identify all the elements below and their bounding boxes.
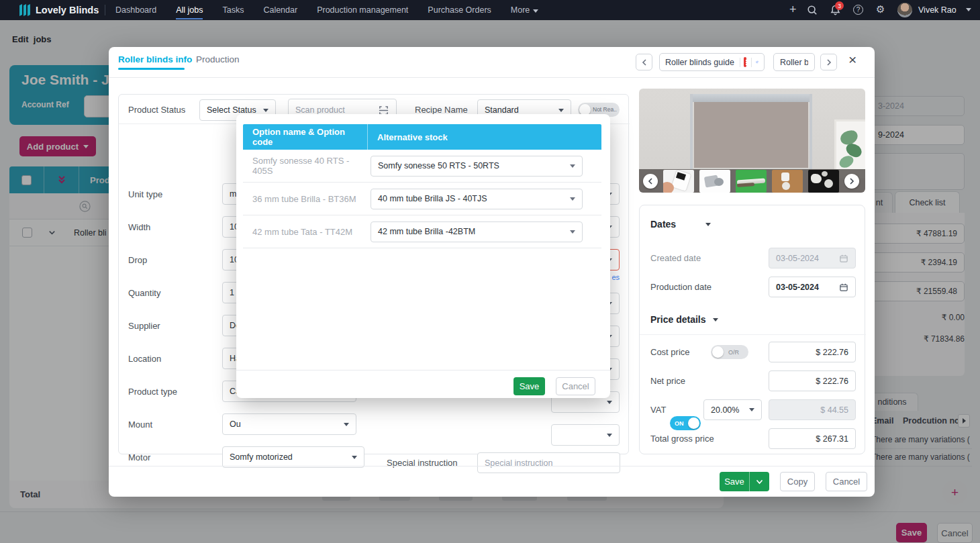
thumbnail-brackets-board[interactable] <box>772 170 803 193</box>
guide-button-roller-blinds[interactable]: Roller blinds guide <box>659 53 765 71</box>
nav-item-tasks[interactable]: Tasks <box>222 5 244 15</box>
copy-button[interactable]: Copy <box>780 472 815 491</box>
special-instruction-input[interactable] <box>477 452 620 473</box>
guide-next-icon[interactable] <box>820 54 837 70</box>
production-date-input[interactable]: 03-05-2024 <box>769 277 856 297</box>
created-date-label: Created date <box>650 253 701 263</box>
dates-title: Dates <box>650 219 676 230</box>
nav-item-all-jobs[interactable]: All jobs <box>176 5 203 15</box>
tab-roller-blinds-info[interactable]: Roller blinds info <box>118 54 192 64</box>
price-details-title: Price details <box>650 314 706 325</box>
active-tab-underline <box>118 68 185 70</box>
field-label-product-type: Product type <box>128 387 177 397</box>
mount-select[interactable]: Ou <box>222 413 356 435</box>
top-navbar: Lovely Blinds Dashboard All jobs Tasks C… <box>0 0 980 20</box>
recipe-name-label: Recipe Name <box>415 105 468 115</box>
carousel-next-icon[interactable] <box>844 174 859 189</box>
alternative-stock-select-2[interactable]: 40 mm tube Brilla JS - 40TJS <box>371 189 583 209</box>
pdf-file-icon <box>744 57 746 67</box>
chevron-down-icon <box>705 223 711 226</box>
guide-button-roller-blind-2[interactable]: Roller blind <box>773 53 815 71</box>
notifications-bell-icon[interactable]: 3 <box>830 4 841 19</box>
external-link-icon <box>756 58 758 66</box>
nav-item-more[interactable]: More <box>511 5 538 15</box>
option-select-8[interactable] <box>551 424 620 446</box>
total-gross-price-input[interactable]: $ 267.31 <box>769 428 856 449</box>
vat-amount-input: $ 44.55 <box>769 399 856 420</box>
alternative-stock-select-1[interactable]: Somfy sonesse 50 RTS - 50RTS <box>371 156 583 177</box>
search-icon[interactable] <box>807 5 818 18</box>
user-name[interactable]: Vivek Rao <box>918 5 957 15</box>
product-image-card <box>639 89 865 193</box>
nav-item-calendar[interactable]: Calendar <box>263 5 297 15</box>
close-icon[interactable]: × <box>848 51 856 68</box>
cost-price-input[interactable]: $ 222.76 <box>769 342 856 362</box>
tab-production[interactable]: Production <box>196 54 240 64</box>
modal-footer-divider <box>109 466 875 466</box>
help-icon[interactable]: ? <box>853 5 863 15</box>
nav-item-purchase-orders[interactable]: Purchase Orders <box>428 5 491 15</box>
modal-header-divider <box>109 77 875 78</box>
notification-badge: 3 <box>835 1 844 10</box>
vat-toggle[interactable]: ON <box>670 416 701 430</box>
divider <box>640 334 866 335</box>
save-button[interactable]: Save <box>720 472 749 491</box>
stock-option-name: 36 mm tube Brilla - BT36M <box>243 194 368 204</box>
stock-row-3: 42 mm tube Tata - TT42M 42 mm tube Brill… <box>243 215 601 248</box>
stock-row-2: 36 mm tube Brilla - BT36M 40 mm tube Bri… <box>243 183 601 215</box>
thumbnail-remote[interactable] <box>663 170 694 193</box>
calendar-icon[interactable] <box>839 283 848 292</box>
plus-icon[interactable]: + <box>789 3 797 16</box>
stock-row-1: Somfy sonesse 40 RTS - 405S Somfy soness… <box>243 150 601 183</box>
vat-label: VAT <box>650 405 666 415</box>
net-price-label: Net price <box>650 376 685 386</box>
nav-item-dashboard[interactable]: Dashboard <box>115 5 156 15</box>
stock-option-name: Somfy sonesse 40 RTS - 405S <box>243 156 368 176</box>
dates-prices-card: Dates Created date 03-05-2024 Production… <box>639 205 865 454</box>
field-label-unit-type: Unit type <box>128 189 162 199</box>
guide-prev-icon[interactable] <box>636 54 652 70</box>
cost-price-label: Cost price <box>650 347 690 357</box>
nav-divider <box>105 5 105 15</box>
user-menu-chevron-icon[interactable] <box>966 8 971 11</box>
dates-section-toggle[interactable]: Dates <box>650 219 711 230</box>
created-date-input: 03-05-2024 <box>769 248 856 268</box>
motor-select[interactable]: Somfy motorized <box>222 446 364 468</box>
thumbnail-parts[interactable] <box>808 170 839 193</box>
stock-save-button[interactable]: Save <box>513 377 545 395</box>
thumbnail-bracket[interactable] <box>699 170 730 193</box>
stock-table-header: Option name & Option code Alternative st… <box>243 124 601 150</box>
settings-gear-icon[interactable]: ⚙ <box>876 3 885 15</box>
total-gross-price-label: Total gross price <box>650 434 714 444</box>
field-label-supplier: Supplier <box>128 321 160 331</box>
net-price-input[interactable]: $ 222.76 <box>769 371 856 391</box>
stock-footer-divider <box>236 370 610 371</box>
modal-footer-actions: Save Copy Cancel <box>720 472 867 491</box>
cancel-button[interactable]: Cancel <box>826 472 867 491</box>
user-avatar[interactable] <box>897 3 912 17</box>
chevron-down-icon <box>713 318 718 322</box>
price-details-section-toggle[interactable]: Price details <box>650 314 718 325</box>
field-label-mount: Mount <box>128 419 152 430</box>
field-label-location: Location <box>128 354 161 364</box>
stock-option-name: 42 mm tube Tata - TT42M <box>243 227 368 237</box>
field-label-quantity: Quantity <box>128 288 160 298</box>
column-option-name: Option name & Option code <box>243 124 368 150</box>
chevron-down-icon <box>533 9 538 13</box>
product-status-label: Product Status <box>128 105 185 115</box>
image-carousel <box>639 169 865 193</box>
nav-item-production-management[interactable]: Production management <box>317 5 408 15</box>
field-label-width: Width <box>128 222 150 232</box>
app-root: Lovely Blinds Dashboard All jobs Tasks C… <box>0 0 980 543</box>
stock-cancel-button[interactable]: Cancel <box>556 377 595 395</box>
save-options-chevron-icon[interactable] <box>749 472 769 491</box>
vat-rate-select[interactable]: 20.00% <box>703 399 762 420</box>
brand-name: Lovely Blinds <box>36 5 99 15</box>
thumbnail-tube[interactable] <box>736 170 767 193</box>
calendar-icon <box>839 254 848 263</box>
alternative-stock-modal: Option name & Option code Alternative st… <box>236 114 610 398</box>
field-label-motor: Motor <box>128 452 150 462</box>
carousel-prev-icon[interactable] <box>643 174 658 189</box>
alternative-stock-select-3[interactable]: 42 mm tube Brilla -42BTM <box>371 221 583 242</box>
cost-override-toggle[interactable]: O/R <box>711 345 748 359</box>
